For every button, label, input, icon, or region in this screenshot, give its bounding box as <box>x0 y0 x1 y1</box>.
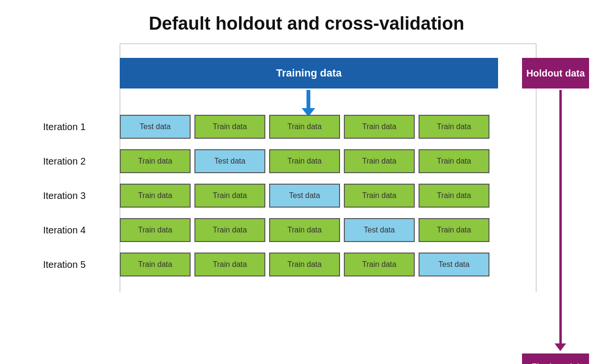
train-data-cell: Train data <box>120 253 191 276</box>
train-data-cell: Train data <box>344 149 415 173</box>
train-data-cell: Train data <box>194 115 265 139</box>
training-bar: Training data <box>120 58 498 88</box>
train-data-cell: Train data <box>120 218 191 242</box>
test-data-cell: Test data <box>120 115 191 139</box>
test-data-cell: Test data <box>344 218 415 242</box>
holdout-bar: Holdout data <box>522 58 589 88</box>
train-data-cell: Train data <box>269 253 340 276</box>
test-data-cell: Test data <box>194 149 265 173</box>
train-data-cell: Train data <box>344 184 415 208</box>
train-data-cell: Train data <box>194 253 265 276</box>
test-data-cell: Test data <box>269 184 340 208</box>
train-data-cell: Train data <box>419 115 489 139</box>
iteration-label: Iteration 2 <box>43 156 117 167</box>
iteration-row: Iteration 2Train dataTest dataTrain data… <box>43 147 570 175</box>
train-data-cell: Train data <box>194 184 265 208</box>
final-model-box: Final model evaluation <box>522 353 589 364</box>
train-data-cell: Train data <box>120 184 191 208</box>
train-data-cell: Train data <box>419 184 489 208</box>
cells-group: Train dataTest dataTrain dataTrain dataT… <box>120 149 489 173</box>
iteration-row: Iteration 4Train dataTrain dataTrain dat… <box>43 216 570 244</box>
iteration-label: Iteration 3 <box>43 190 117 201</box>
iterations-area: Iteration 1Test dataTrain dataTrain data… <box>43 113 570 285</box>
iteration-label: Iteration 4 <box>43 225 117 236</box>
iteration-row: Iteration 5Train dataTrain dataTrain dat… <box>43 251 570 278</box>
train-data-cell: Train data <box>419 149 489 173</box>
iteration-label: Iteration 5 <box>43 259 117 270</box>
cells-group: Train dataTrain dataTrain dataTest dataT… <box>120 218 489 242</box>
iteration-row: Iteration 1Test dataTrain dataTrain data… <box>43 113 570 141</box>
page-title: Default holdout and cross-validation <box>0 0 613 44</box>
train-data-cell: Train data <box>344 115 415 139</box>
train-data-cell: Train data <box>419 218 489 242</box>
train-data-cell: Train data <box>269 115 340 139</box>
train-data-cell: Train data <box>120 149 191 173</box>
train-data-cell: Train data <box>269 149 340 173</box>
cells-group: Train dataTrain dataTest dataTrain dataT… <box>120 184 489 208</box>
cells-group: Train dataTrain dataTrain dataTrain data… <box>120 253 489 276</box>
train-data-cell: Train data <box>269 218 340 242</box>
iteration-label: Iteration 1 <box>43 121 117 132</box>
test-data-cell: Test data <box>419 253 489 276</box>
train-data-cell: Train data <box>344 253 415 276</box>
train-data-cell: Train data <box>194 218 265 242</box>
cells-group: Test dataTrain dataTrain dataTrain dataT… <box>120 115 489 139</box>
iteration-row: Iteration 3Train dataTrain dataTest data… <box>43 182 570 210</box>
